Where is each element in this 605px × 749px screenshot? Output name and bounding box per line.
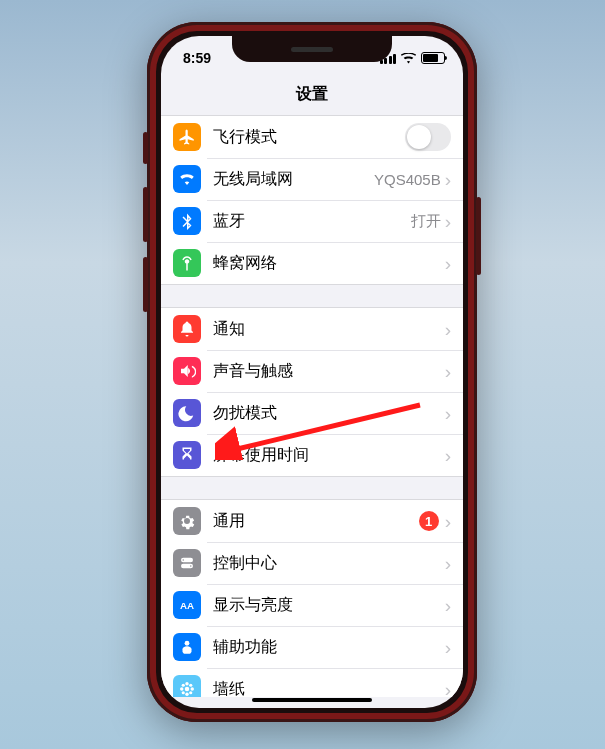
chevron-right-icon: › [445, 680, 451, 698]
settings-row-bluetooth[interactable]: 蓝牙打开› [161, 200, 463, 242]
settings-list[interactable]: 飞行模式无线局域网YQS405B›蓝牙打开›蜂窝网络›通知›声音与触感›勿扰模式… [161, 115, 463, 697]
svg-point-5 [180, 687, 183, 690]
row-value: YQS405B [374, 171, 441, 188]
bluetooth-icon [173, 207, 201, 235]
home-indicator[interactable] [252, 698, 372, 702]
toggle-switch[interactable] [405, 123, 451, 151]
row-label: 墙纸 [213, 679, 445, 698]
chevron-right-icon: › [445, 170, 451, 189]
moon-icon [173, 399, 201, 427]
mute-switch [143, 132, 148, 164]
svg-point-10 [189, 691, 192, 694]
page-title: 设置 [161, 80, 463, 115]
notification-badge: 1 [419, 511, 439, 531]
svg-point-3 [185, 682, 188, 685]
chevron-right-icon: › [445, 512, 451, 531]
chevron-right-icon: › [445, 254, 451, 273]
notch [232, 36, 392, 62]
screen: 8:59 设置 飞行模式无线局域网YQS405B›蓝牙打开›蜂窝网络›通知›声音… [161, 36, 463, 708]
chevron-right-icon: › [445, 638, 451, 657]
settings-row-switches[interactable]: 控制中心› [161, 542, 463, 584]
settings-row-speaker[interactable]: 声音与触感› [161, 350, 463, 392]
svg-point-4 [185, 693, 188, 696]
wifi-icon [401, 53, 416, 64]
settings-row-hourglass[interactable]: 屏幕使用时间› [161, 434, 463, 476]
settings-row-wifi[interactable]: 无线局域网YQS405B› [161, 158, 463, 200]
flower-icon [173, 675, 201, 697]
row-label: 声音与触感 [213, 361, 445, 382]
chevron-right-icon: › [445, 320, 451, 339]
volume-down-button [143, 257, 148, 312]
chevron-right-icon: › [445, 404, 451, 423]
settings-row-flower[interactable]: 墙纸› [161, 668, 463, 697]
settings-row-gear[interactable]: 通用1› [161, 500, 463, 542]
earpiece-speaker [291, 47, 333, 52]
hourglass-icon [173, 441, 201, 469]
row-label: 通知 [213, 319, 445, 340]
volume-up-button [143, 187, 148, 242]
status-time: 8:59 [183, 50, 211, 66]
svg-point-1 [185, 641, 190, 646]
svg-point-2 [185, 687, 190, 692]
settings-row-person[interactable]: 辅助功能› [161, 626, 463, 668]
settings-row-airplane[interactable]: 飞行模式 [161, 116, 463, 158]
antenna-icon [173, 249, 201, 277]
svg-text:AA: AA [180, 600, 194, 611]
gear-icon [173, 507, 201, 535]
svg-point-7 [182, 684, 185, 687]
row-label: 辅助功能 [213, 637, 445, 658]
row-label: 屏幕使用时间 [213, 445, 445, 466]
chevron-right-icon: › [445, 362, 451, 381]
row-label: 显示与亮度 [213, 595, 445, 616]
settings-group: 通知›声音与触感›勿扰模式›屏幕使用时间› [161, 307, 463, 477]
phone-frame: 8:59 设置 飞行模式无线局域网YQS405B›蓝牙打开›蜂窝网络›通知›声音… [147, 22, 477, 722]
settings-row-aa[interactable]: AA显示与亮度› [161, 584, 463, 626]
power-button [476, 197, 481, 275]
chevron-right-icon: › [445, 446, 451, 465]
row-label: 勿扰模式 [213, 403, 445, 424]
row-label: 飞行模式 [213, 127, 405, 148]
settings-row-antenna[interactable]: 蜂窝网络› [161, 242, 463, 284]
chevron-right-icon: › [445, 554, 451, 573]
row-label: 控制中心 [213, 553, 445, 574]
person-icon [173, 633, 201, 661]
chevron-right-icon: › [445, 212, 451, 231]
switches-icon [173, 549, 201, 577]
svg-point-6 [191, 687, 194, 690]
chevron-right-icon: › [445, 596, 451, 615]
battery-icon [421, 52, 445, 64]
row-label: 无线局域网 [213, 169, 374, 190]
row-label: 蓝牙 [213, 211, 411, 232]
settings-group: 通用1›控制中心›AA显示与亮度›辅助功能›墙纸›Siri 与搜索›面容 ID … [161, 499, 463, 697]
svg-point-8 [189, 684, 192, 687]
settings-group: 飞行模式无线局域网YQS405B›蓝牙打开›蜂窝网络› [161, 115, 463, 285]
settings-row-bell[interactable]: 通知› [161, 308, 463, 350]
row-label: 通用 [213, 511, 419, 532]
airplane-icon [173, 123, 201, 151]
row-value: 打开 [411, 212, 441, 231]
row-label: 蜂窝网络 [213, 253, 445, 274]
speaker-icon [173, 357, 201, 385]
svg-point-9 [182, 691, 185, 694]
bell-icon [173, 315, 201, 343]
settings-row-moon[interactable]: 勿扰模式› [161, 392, 463, 434]
aa-icon: AA [173, 591, 201, 619]
wifi-icon [173, 165, 201, 193]
